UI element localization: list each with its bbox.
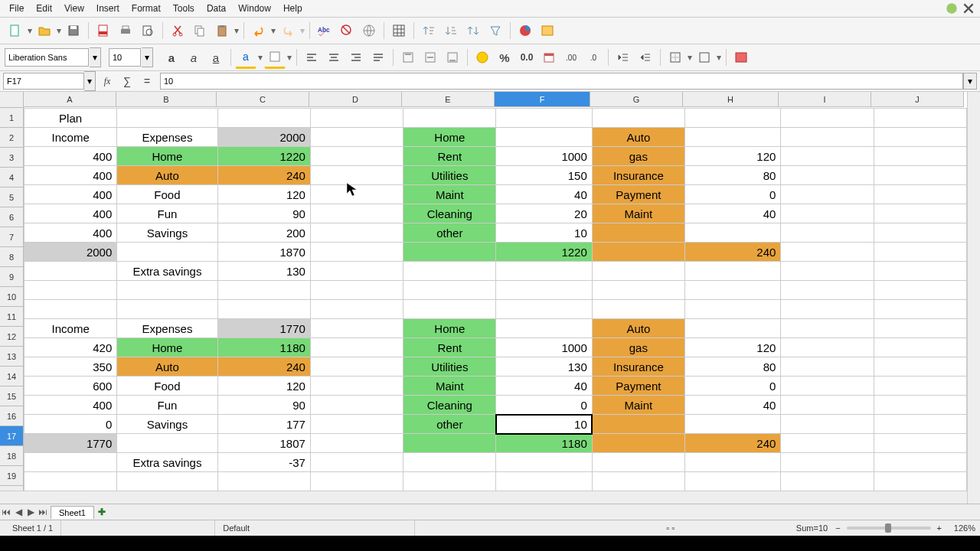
cell-E15[interactable]: Maint [403, 377, 496, 396]
cell-I12[interactable] [781, 319, 874, 338]
menu-data[interactable]: Data [201, 2, 232, 15]
preview-icon[interactable] [137, 20, 158, 41]
font-name-combo[interactable]: Liberation Sans [5, 48, 89, 67]
hyperlink-icon[interactable] [358, 20, 380, 41]
underline-icon[interactable]: a [205, 47, 227, 68]
cell-G19[interactable] [592, 453, 684, 472]
cell-B13[interactable]: Home [117, 338, 217, 357]
cell-H6[interactable]: 40 [685, 204, 781, 223]
cell-A17[interactable]: 0 [24, 415, 117, 434]
cell-C6[interactable]: 90 [217, 204, 310, 223]
cell-B10[interactable] [117, 281, 217, 300]
sort-desc-icon[interactable] [440, 20, 462, 41]
cell-A9[interactable] [24, 262, 117, 281]
cell-D7[interactable] [310, 223, 403, 243]
zoom-slider[interactable] [847, 527, 931, 530]
cell-B19[interactable]: Extra savings [117, 453, 217, 472]
cell-A13[interactable]: 420 [24, 338, 117, 357]
cell-E8[interactable] [403, 243, 496, 262]
cell-E9[interactable] [403, 262, 496, 281]
cut-icon[interactable] [167, 20, 188, 41]
cell-B8[interactable] [117, 243, 217, 262]
cell-E3[interactable]: Rent [403, 147, 496, 166]
cell-J16[interactable] [874, 396, 966, 415]
cell-C9[interactable]: 130 [217, 262, 310, 281]
cell-B12[interactable]: Expenses [117, 319, 217, 338]
cell-G7[interactable] [592, 223, 684, 243]
col-header-I[interactable]: I [779, 92, 871, 107]
cell-A7[interactable]: 400 [24, 223, 117, 243]
row-header-8[interactable]: 8 [0, 247, 23, 267]
cell-B16[interactable]: Fun [117, 396, 217, 415]
close-icon[interactable] [962, 2, 975, 15]
cell-C18[interactable]: 1807 [217, 434, 310, 453]
chart-icon[interactable] [514, 20, 536, 41]
row-header-19[interactable]: 19 [0, 466, 23, 486]
cell-I19[interactable] [781, 453, 874, 472]
spreadsheet-grid[interactable]: ABCDEFGHIJ 12345678910111213141516171819… [0, 92, 980, 504]
cell-F9[interactable] [496, 262, 592, 281]
cell-G15[interactable]: Payment [592, 377, 684, 396]
cell-F11[interactable] [496, 300, 592, 319]
menu-file[interactable]: File [3, 2, 30, 15]
font-color-icon[interactable]: a [235, 46, 256, 69]
cell-E14[interactable]: Utilities [403, 357, 496, 377]
cell-D5[interactable] [310, 185, 403, 204]
del-decimal-icon[interactable]: .0 [583, 47, 604, 68]
cell-D15[interactable] [310, 377, 403, 396]
cell-A1[interactable]: Plan [24, 109, 117, 128]
paste-dropdown[interactable]: ▾ [234, 25, 240, 36]
cell-H11[interactable] [685, 300, 781, 319]
cell-I10[interactable] [781, 281, 874, 300]
cell-A6[interactable]: 400 [24, 204, 117, 223]
cell-I3[interactable] [781, 147, 874, 166]
border-style-icon[interactable] [694, 47, 715, 68]
cell-D8[interactable] [310, 243, 403, 262]
highlight-icon[interactable] [264, 46, 286, 69]
cell-D19[interactable] [310, 453, 403, 472]
cell-I2[interactable] [781, 128, 874, 147]
cell-J7[interactable] [874, 223, 966, 243]
cell-B2[interactable]: Expenses [117, 128, 217, 147]
cell-C7[interactable]: 200 [217, 223, 310, 243]
cell-B11[interactable] [117, 300, 217, 319]
cell-H20[interactable] [685, 472, 781, 491]
border-style-dropdown[interactable]: ▾ [716, 52, 722, 63]
cell-G14[interactable]: Insurance [592, 357, 684, 377]
borders-dropdown[interactable]: ▾ [687, 52, 693, 63]
cell-G11[interactable] [592, 300, 684, 319]
menu-insert[interactable]: Insert [90, 2, 126, 15]
cell-H4[interactable]: 80 [685, 166, 781, 185]
cell-E16[interactable]: Cleaning [403, 396, 496, 415]
equals-icon[interactable]: = [139, 73, 155, 89]
cell-H5[interactable]: 0 [685, 185, 781, 204]
cell-E10[interactable] [403, 281, 496, 300]
justify-icon[interactable] [368, 47, 389, 68]
sum-icon[interactable]: ∑ [119, 73, 136, 89]
cell-C14[interactable]: 240 [217, 357, 310, 377]
row-header-7[interactable]: 7 [0, 227, 23, 247]
cell-B17[interactable]: Savings [117, 415, 217, 434]
cell-B5[interactable]: Food [117, 185, 217, 204]
cell-A4[interactable]: 400 [24, 166, 117, 185]
row-header-2[interactable]: 2 [0, 128, 23, 148]
font-name-dropdown[interactable]: ▾ [90, 47, 101, 67]
row-header-17[interactable]: 17 [0, 426, 23, 446]
cell-A5[interactable]: 400 [24, 185, 117, 204]
cell-J11[interactable] [874, 300, 966, 319]
grid-icon[interactable] [388, 20, 410, 41]
filter-icon[interactable] [485, 20, 506, 41]
cell-D3[interactable] [310, 147, 403, 166]
cell-E1[interactable] [403, 109, 496, 128]
copy-icon[interactable] [189, 20, 211, 41]
select-all-corner[interactable] [0, 92, 24, 108]
cell-J2[interactable] [874, 128, 966, 147]
cell-I15[interactable] [781, 377, 874, 396]
cell-I20[interactable] [781, 472, 874, 491]
cell-E2[interactable]: Home [403, 128, 496, 147]
cell-F4[interactable]: 150 [496, 166, 592, 185]
cell-H10[interactable] [685, 281, 781, 300]
cell-H19[interactable] [685, 453, 781, 472]
cell-G13[interactable]: gas [592, 338, 684, 357]
menu-tools[interactable]: Tools [167, 2, 201, 15]
